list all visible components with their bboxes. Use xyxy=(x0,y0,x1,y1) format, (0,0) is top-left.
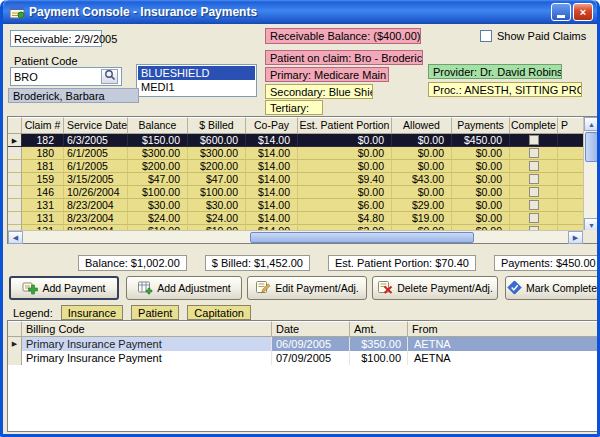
claims-cell: $30.00 xyxy=(188,199,246,212)
column-header[interactable]: Balance xyxy=(128,117,188,134)
patient-code-label: Patient Code xyxy=(14,55,78,67)
claims-row[interactable]: 1318/23/2004$30.00$30.00$14.00$6.00$29.0… xyxy=(8,199,583,212)
patient-on-claim: Patient on claim: Bro - Broderick, Barba… xyxy=(265,50,423,65)
claims-cell: $0.00 xyxy=(392,160,452,173)
add-payment-label: Add Payment xyxy=(42,282,105,294)
edit-payment-button[interactable]: Edit Payment/Adj. xyxy=(247,276,367,300)
delete-payment-label: Delete Payment/Adj. xyxy=(397,282,493,294)
column-header[interactable]: Payments xyxy=(452,117,510,134)
claims-row[interactable]: 14610/26/2004$100.00$100.00$14.00$0.00$0… xyxy=(8,186,583,199)
patient-code-value: BRO xyxy=(14,71,101,83)
claims-row[interactable]: 1806/1/2005$300.00$300.00$14.00$0.00$0.0… xyxy=(8,147,583,160)
claims-cell xyxy=(558,134,583,147)
mark-complete-button[interactable]: Mark Complete xyxy=(505,276,599,300)
search-button[interactable] xyxy=(101,69,118,84)
row-indicator: ▶ xyxy=(8,337,22,351)
complete-checkbox[interactable] xyxy=(529,200,539,210)
insurance-listbox[interactable]: BLUESHIELD MEDI1 xyxy=(136,64,257,97)
claims-cell: 6/3/2005 xyxy=(64,134,128,147)
row-indicator xyxy=(8,147,22,160)
from-cell: AETNA xyxy=(408,351,598,365)
complete-checkbox[interactable] xyxy=(529,148,539,158)
claims-row[interactable]: 1318/23/2004$24.00$24.00$14.00$4.80$19.0… xyxy=(8,212,583,225)
claims-cell xyxy=(558,160,583,173)
claims-cell: $0.00 xyxy=(392,147,452,160)
claims-cell: $200.00 xyxy=(188,160,246,173)
scroll-left-icon[interactable]: ◀ xyxy=(8,231,23,244)
add-adjustment-icon xyxy=(137,279,153,297)
total-payments: Payments: $450.00 xyxy=(494,255,600,271)
insurance-option[interactable]: MEDI1 xyxy=(138,80,255,94)
column-header[interactable]: Claim # xyxy=(22,117,64,134)
date-cell: 07/09/2005 xyxy=(272,351,350,365)
claims-cell: $14.00 xyxy=(246,212,298,225)
claims-cell: $300.00 xyxy=(128,147,188,160)
mark-complete-icon xyxy=(507,280,522,297)
column-header[interactable]: From xyxy=(408,321,598,337)
complete-checkbox[interactable] xyxy=(529,174,539,184)
patient-code-input[interactable]: BRO xyxy=(10,67,122,86)
add-adjustment-button[interactable]: Add Adjustment xyxy=(126,276,242,300)
claims-cell: $0.00 xyxy=(452,160,510,173)
scroll-right-icon[interactable]: ▶ xyxy=(568,231,583,244)
claims-row[interactable]: 1816/1/2005$200.00$200.00$14.00$0.00$0.0… xyxy=(8,160,583,173)
legend-label: Legend: xyxy=(13,307,53,319)
claims-horizontal-scrollbar[interactable]: ◀ ▶ xyxy=(8,230,583,243)
claims-cell: $100.00 xyxy=(188,186,246,199)
column-header[interactable]: P xyxy=(558,117,584,134)
header-indicator xyxy=(8,321,22,337)
scroll-up-icon[interactable]: ▲ xyxy=(584,117,599,131)
column-header[interactable]: Complete xyxy=(510,117,558,134)
horizontal-scroll-thumb[interactable] xyxy=(250,232,474,243)
complete-checkbox[interactable] xyxy=(529,135,539,145)
column-header[interactable]: Amt. xyxy=(350,321,408,337)
payment-row[interactable]: Primary Insurance Payment07/09/2005$100.… xyxy=(8,351,598,365)
receivable-balance: Receivable Balance: ($400.00) xyxy=(265,28,421,44)
complete-checkbox[interactable] xyxy=(529,187,539,197)
claims-cell: $14.00 xyxy=(246,186,298,199)
delete-payment-button[interactable]: Delete Payment/Adj. xyxy=(372,276,498,300)
window-title: Payment Console - Insurance Payments xyxy=(29,5,551,19)
claims-cell: $47.00 xyxy=(188,173,246,186)
column-header[interactable]: Date xyxy=(272,321,350,337)
claims-vertical-scrollbar[interactable]: ▲ ▼ xyxy=(583,117,598,232)
close-button[interactable]: × xyxy=(573,3,593,21)
column-header[interactable]: Allowed xyxy=(392,117,452,134)
mark-complete-label: Mark Complete xyxy=(526,282,597,294)
receivable-field[interactable]: Receivable: 2/9/2005 xyxy=(10,30,102,47)
claims-cell: $43.00 xyxy=(392,173,452,186)
secondary-insurance: Secondary: Blue Shield xyxy=(265,84,373,99)
add-payment-button[interactable]: Add Payment xyxy=(9,276,119,300)
total-billed: $ Billed: $1,452.00 xyxy=(205,255,310,271)
legend-insurance: Insurance xyxy=(61,305,123,320)
column-header[interactable]: Est. Patient Portion xyxy=(298,117,392,134)
row-indicator xyxy=(8,186,22,199)
claims-cell: $0.00 xyxy=(452,173,510,186)
claims-cell: $19.00 xyxy=(392,212,452,225)
payment-row[interactable]: ▶Primary Insurance Payment06/09/2005$350… xyxy=(8,337,598,351)
row-indicator xyxy=(8,212,22,225)
column-header[interactable]: Service Date xyxy=(64,117,128,134)
vertical-scroll-thumb[interactable] xyxy=(585,132,598,162)
complete-checkbox[interactable] xyxy=(529,213,539,223)
claims-cell xyxy=(558,199,583,212)
show-paid-claims-checkbox[interactable] xyxy=(480,30,492,42)
column-header[interactable]: Billing Code xyxy=(22,321,272,337)
claims-row[interactable]: ▶1826/3/2005$150.00$600.00$14.00$0.00$0.… xyxy=(8,134,583,147)
column-header[interactable]: $ Billed xyxy=(188,117,246,134)
scrollbar-corner xyxy=(583,230,598,243)
payments-grid: Billing Code Date Amt. From ▶Primary Ins… xyxy=(7,320,599,432)
title-bar[interactable]: Payment Console - Insurance Payments × xyxy=(3,0,597,24)
column-header[interactable]: Co-Pay xyxy=(246,117,298,134)
complete-checkbox[interactable] xyxy=(529,161,539,171)
row-indicator xyxy=(8,160,22,173)
minimize-button[interactable] xyxy=(551,3,571,21)
payment-console-window: Payment Console - Insurance Payments × R… xyxy=(0,0,600,437)
complete-cell xyxy=(510,199,558,212)
insurance-option[interactable]: BLUESHIELD xyxy=(138,66,255,80)
complete-cell xyxy=(510,173,558,186)
claims-cell: $9.40 xyxy=(298,173,392,186)
claims-row[interactable]: 1593/15/2005$47.00$47.00$14.00$9.40$43.0… xyxy=(8,173,583,186)
delete-icon xyxy=(377,279,393,297)
show-paid-claims[interactable]: Show Paid Claims xyxy=(480,30,586,42)
